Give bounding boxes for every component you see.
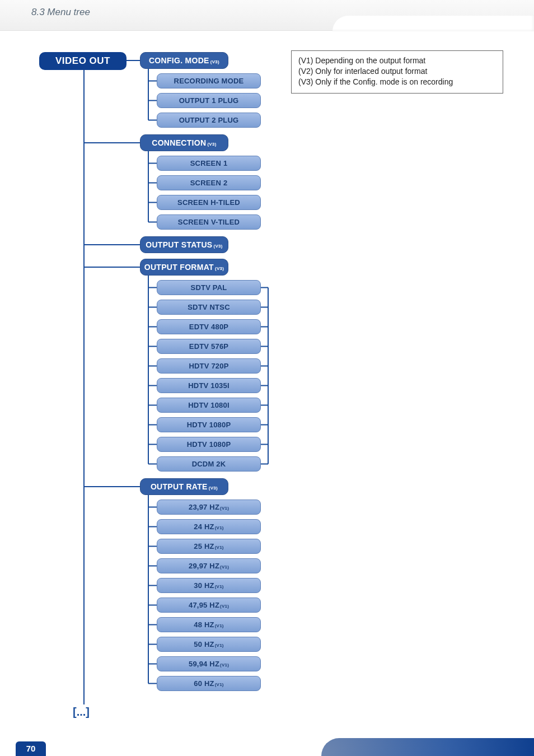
leaf-node: OUTPUT 1 PLUG [157,93,261,108]
category-node: OUTPUT FORMAT(V3) [140,259,228,276]
leaf-label: 48 HZ [194,620,214,629]
continuation-marker: [...] [73,706,90,718]
leaf-node: SDTV PAL [157,280,261,295]
category-node: OUTPUT RATE(V3) [140,478,228,495]
leaf-label: 25 HZ [194,542,214,550]
leaf-label: SCREEN 2 [190,179,228,187]
category-sup: (V3) [215,266,224,271]
leaf-node: 30 HZ(V1) [157,578,261,593]
leaf-sup: (V1) [215,584,224,589]
leaf-label: 50 HZ [194,640,214,648]
leaf-node: 23,97 HZ(V1) [157,500,261,515]
leaf-node: SCREEN 2 [157,175,261,190]
leaf-node: HDTV 1080P [157,417,261,432]
root-label: VIDEO OUT [55,55,110,66]
leaf-label: HDTV 720P [189,362,228,370]
page-number: 70 [16,741,46,756]
footnote-line: (V2) Only for interlaced output format [298,66,496,77]
leaf-label: OUTPUT 1 PLUG [179,96,239,105]
leaf-node: 50 HZ(V1) [157,637,261,652]
leaf-label: SCREEN 1 [190,159,228,167]
section-title: 8.3 Menu tree [31,7,90,18]
leaf-label: 47,95 HZ [189,601,219,609]
leaf-label: HDTV 1035I [188,381,229,390]
leaf-label: HDTV 1080P [187,440,231,449]
leaf-label: 29,97 HZ [189,562,219,570]
leaf-label: EDTV 480P [189,323,228,331]
leaf-label: 59,94 HZ [189,660,219,668]
leaf-node: HDTV 1080P [157,437,261,452]
leaf-node: HDTV 1080I [157,398,261,413]
leaf-node: 29,97 HZ(V1) [157,558,261,573]
leaf-label: SDTV PAL [191,283,227,292]
leaf-sup: (V1) [220,564,229,570]
category-label: CONFIG. MODE [149,56,209,65]
leaf-label: SCREEN V-TILED [178,218,240,226]
leaf-label: DCDM 2K [192,460,226,468]
leaf-node: OUTPUT 2 PLUG [157,113,261,128]
category-sup: (V3) [209,486,218,491]
footnote-box: (V1) Depending on the output format (V2)… [291,50,503,94]
leaf-sup: (V1) [220,662,229,668]
leaf-label: SCREEN H-TILED [177,198,240,207]
category-label: CONNECTION [152,138,206,147]
leaf-label: 60 HZ [194,679,214,688]
leaf-sup: (V1) [215,623,224,628]
leaf-node: EDTV 480P [157,319,261,334]
category-node: OUTPUT STATUS(V3) [140,236,228,253]
leaf-node: RECORDING MODE [157,73,261,88]
leaf-node: SCREEN H-TILED [157,195,261,210]
category-node: CONNECTION(V3) [140,134,228,151]
leaf-sup: (V1) [215,545,224,550]
leaf-node: HDTV 1035I [157,378,261,393]
leaf-node: SCREEN V-TILED [157,214,261,230]
leaf-sup: (V1) [215,525,224,530]
leaf-node: 48 HZ(V1) [157,617,261,632]
category-label: OUTPUT STATUS [146,240,212,249]
leaf-label: RECORDING MODE [174,77,244,85]
leaf-node: EDTV 576P [157,339,261,354]
leaf-node: 59,94 HZ(V1) [157,656,261,671]
leaf-label: HDTV 1080I [188,401,229,409]
leaf-sup: (V1) [220,604,229,609]
leaf-node: HDTV 720P [157,358,261,374]
footnote-line: (V1) Depending on the output format [298,55,496,66]
category-sup: (V3) [207,142,216,147]
page-footer: 70 [0,731,534,756]
leaf-label: 30 HZ [194,581,214,590]
leaf-node: 60 HZ(V1) [157,676,261,691]
category-label: OUTPUT FORMAT [144,263,214,272]
leaf-sup: (V1) [215,643,224,648]
leaf-node: 47,95 HZ(V1) [157,598,261,613]
leaf-label: HDTV 1080P [187,421,231,429]
footnote-line: (V3) Only if the Config. mode is on reco… [298,77,496,87]
leaf-node: DCDM 2K [157,456,261,472]
leaf-node: 24 HZ(V1) [157,519,261,534]
page: 8.3 Menu tree VIDEO OUT CONFIG. MODE(V3)… [0,0,534,756]
leaf-sup: (V1) [220,506,229,511]
root-node-video-out: VIDEO OUT [39,52,127,70]
category-sup: (V3) [210,59,219,64]
category-node: CONFIG. MODE(V3) [140,52,228,69]
leaf-sup: (V1) [215,682,224,687]
leaf-label: SDTV NTSC [188,303,229,311]
footer-decor [321,738,534,756]
leaf-label: 23,97 HZ [189,503,219,511]
header-decor [332,16,534,31]
leaf-node: 25 HZ(V1) [157,539,261,554]
leaf-node: SCREEN 1 [157,156,261,171]
leaf-label: 24 HZ [194,522,214,531]
category-sup: (V3) [213,244,222,249]
leaf-node: SDTV NTSC [157,300,261,315]
leaf-label: OUTPUT 2 PLUG [179,116,239,124]
leaf-label: EDTV 576P [189,342,228,351]
category-label: OUTPUT RATE [151,482,208,491]
